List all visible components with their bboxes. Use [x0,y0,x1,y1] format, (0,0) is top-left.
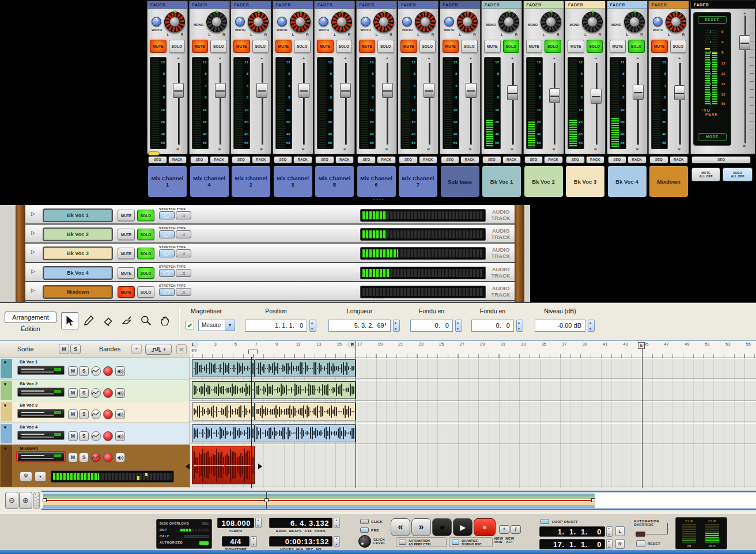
volume-fader[interactable]: +⊠ [506,58,520,149]
track-name-tag[interactable]: Bk Voc 4 [43,266,113,280]
volume-fader[interactable]: +⊠ [214,58,228,149]
rack-button[interactable]: RACK [502,156,521,164]
rack-button[interactable]: RACK [628,156,647,164]
solo-all-button[interactable]: S [70,344,81,354]
loop-right-display[interactable]: 17. 1. 1. 0 [539,539,605,549]
channel-name-tag[interactable]: Mix Channel3 [273,165,313,198]
razor-tool[interactable] [118,312,135,329]
record-arm-button[interactable] [103,409,113,419]
track-device-widget[interactable] [17,409,65,418]
seq-button[interactable]: SEQ [649,156,668,164]
rack-button[interactable]: RACK [252,156,271,164]
audio-clip[interactable] [255,381,356,399]
fader-knob[interactable] [633,85,644,100]
track-device-widget[interactable] [17,388,65,397]
audio-clip[interactable] [255,424,356,442]
fader-knob[interactable] [674,85,685,100]
track-name-tag[interactable]: Bk Voc 2 [43,227,113,241]
channel-name-tag[interactable]: Mix Channel5 [315,165,354,198]
width-knob[interactable] [653,17,663,26]
track-mute-button[interactable]: M [68,366,78,376]
disclosure-triangle[interactable]: ▷ [31,268,35,274]
channel-name-tag[interactable]: Bk Voc 3 [565,165,605,198]
solo-button[interactable]: SOLO [137,286,154,298]
track-name-tag[interactable]: Bk Voc 3 [43,246,113,260]
mute-all-button[interactable]: M [59,344,69,354]
loop-on-off-button[interactable] [540,519,549,524]
solo-button[interactable]: SOLO [587,40,603,53]
level-field[interactable]: -0.00 dB [535,320,585,332]
click-level-knob[interactable] [358,535,371,548]
fader-knob[interactable] [466,83,477,98]
fade-out-stepper[interactable] [516,320,523,332]
click-led-button[interactable] [360,519,369,524]
stretch-beats-button[interactable]: ♫ [176,230,191,238]
fader-knob[interactable] [382,83,393,98]
track-solo-button[interactable]: S [79,409,89,419]
loop-left-display[interactable]: 1. 1. 1. 0 [539,526,605,537]
seq-button[interactable]: SEQ [524,156,543,164]
monitor-button[interactable] [115,388,125,398]
play-button[interactable]: ▶ [453,518,472,536]
channel-name-tag[interactable]: Mix Channel1 [148,165,187,198]
disclosure-triangle[interactable]: ▷ [31,287,35,293]
channel-name-tag[interactable]: Mixdown [649,165,689,198]
solo-button[interactable]: SOLO [137,267,154,279]
seq-button[interactable]: SEQ [566,156,585,164]
channel-name-tag[interactable]: Sub bass [440,165,480,198]
mute-button[interactable]: MUTE [526,40,543,53]
stretch-beats-button[interactable]: ♫ [176,269,191,277]
track-automation-button[interactable] [91,388,101,398]
pan-knob[interactable] [248,12,269,32]
track-solo-button[interactable]: S [79,431,89,441]
rack-button[interactable]: RACK [168,156,187,164]
volume-fader[interactable]: +⊠ [673,58,687,149]
mute-button[interactable]: MUTE [118,267,135,279]
stop-button[interactable]: ■ [432,518,452,536]
record-arm-button[interactable] [103,388,113,398]
automation-lane-button[interactable]: ▼ [145,344,172,355]
seq-button[interactable]: SEQ [441,156,460,164]
solo-button[interactable]: SOLO [628,40,645,53]
clip-resize-handle-right[interactable] [258,464,262,469]
pan-knob[interactable] [206,12,227,32]
channel-name-tag[interactable]: Bk Voc 2 [524,165,564,198]
audio-clip[interactable] [192,359,255,377]
solo-button[interactable]: SOLO [545,40,561,53]
track-solo-button[interactable]: S [79,453,89,462]
rack-button[interactable]: RACK [419,156,438,164]
track-color-tab[interactable] [1,445,12,487]
grid-button[interactable]: ▦ [176,344,187,354]
solo-button[interactable]: SOLO [137,248,154,259]
pre-led-button[interactable] [360,528,369,533]
loop-left-button[interactable]: L [615,526,625,536]
track-color-tab[interactable] [1,359,12,378]
record-arm-button[interactable] [103,366,113,376]
volume-fader[interactable]: +⊠ [548,58,562,149]
channel-name-tag[interactable]: Bk Voc 1 [482,165,521,198]
volume-fader[interactable]: +⊠ [632,58,645,149]
fade-in-stepper[interactable] [455,320,462,332]
volume-fader[interactable]: +⊠ [297,58,311,149]
width-knob[interactable] [277,17,287,26]
volume-fader[interactable]: +⊠ [589,58,603,149]
tempo-display[interactable]: 108.000 [217,518,254,528]
fader-knob[interactable] [215,83,226,98]
stretch-beats-button[interactable]: ♫ [176,249,191,257]
track-mute-button[interactable]: M [68,453,78,462]
fader-knob[interactable] [507,85,518,100]
mute-button[interactable]: MUTE [443,40,459,53]
volume-fader[interactable]: +⊠ [255,58,269,149]
stretch-audio-button[interactable] [159,230,175,238]
mute-button[interactable]: MUTE [233,40,250,53]
monitor-button[interactable] [115,409,125,419]
pan-knob[interactable] [331,12,352,32]
rack-button[interactable]: RACK [210,156,229,164]
track-mute-button[interactable]: M [68,431,78,441]
track-name-tag[interactable]: Bk Voc 1 [43,208,113,222]
loop-right-stepper[interactable] [606,539,613,549]
rack-button[interactable]: RACK [293,156,312,164]
mute-button[interactable]: MUTE [651,40,668,53]
fader-knob[interactable] [298,83,309,98]
pan-knob[interactable] [290,12,311,32]
